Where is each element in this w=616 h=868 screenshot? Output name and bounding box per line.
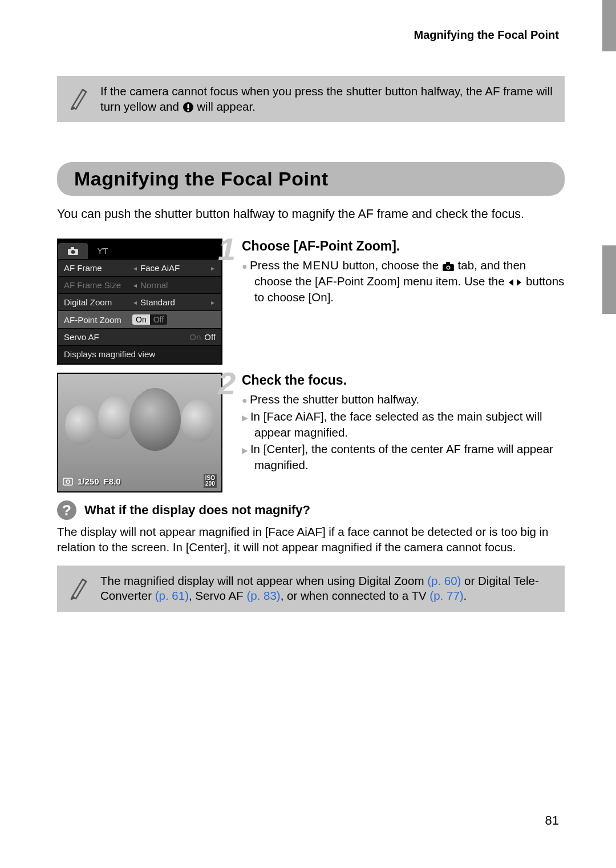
page-ref-83[interactable]: (p. 83) bbox=[246, 589, 280, 602]
pencil-icon bbox=[69, 86, 88, 110]
running-header: Magnifying the Focal Point bbox=[57, 29, 565, 42]
question-body: The display will not appear magnified in… bbox=[57, 524, 565, 555]
left-right-arrows-icon bbox=[508, 278, 522, 287]
onoff-toggle: On Off bbox=[132, 314, 167, 325]
menu-tab-tools: ƳT bbox=[88, 243, 117, 259]
menu-row-digital-zoom: Digital Zoom ◂ Standard ▸ bbox=[58, 293, 221, 310]
page-ref-60[interactable]: (p. 60) bbox=[427, 574, 461, 587]
shutter-speed: 1/250 bbox=[78, 477, 99, 486]
thumb-tab-mid bbox=[602, 245, 616, 314]
iso-badge: ISO 200 bbox=[204, 474, 217, 488]
svg-point-9 bbox=[447, 267, 449, 269]
note-box-bottom: The magnified display will not appear wh… bbox=[57, 566, 565, 612]
thumb-tab-top bbox=[602, 0, 616, 51]
section-title-bar: Magnifying the Focal Point bbox=[57, 162, 565, 196]
step-2-bullet-2: In [Face AiAF], the face selected as the… bbox=[242, 409, 565, 440]
menu-footer: Displays magnified view bbox=[58, 345, 221, 364]
svg-point-11 bbox=[66, 480, 70, 483]
note-box-top: If the camera cannot focus when you pres… bbox=[57, 76, 565, 122]
step-number-2: 2 bbox=[218, 365, 236, 402]
page-ref-77[interactable]: (p. 77) bbox=[429, 589, 463, 602]
note-text-part1: If the camera cannot focus when you pres… bbox=[100, 84, 553, 113]
page-ref-61[interactable]: (p. 61) bbox=[155, 589, 189, 602]
menu-row-af-frame-size: AF Frame Size ◂ Normal bbox=[58, 276, 221, 293]
menu-button-label: MENU bbox=[302, 259, 339, 272]
svg-rect-1 bbox=[187, 104, 189, 108]
step-2-bullet-3: In [Center], the contents of the center … bbox=[242, 441, 565, 473]
page-number: 81 bbox=[545, 813, 559, 828]
note-text: If the camera cannot focus when you pres… bbox=[100, 84, 554, 114]
pencil-icon bbox=[69, 576, 88, 600]
step-2: 2 Check the focus. Press the shutter but… bbox=[240, 373, 565, 473]
warning-icon bbox=[183, 102, 194, 113]
question-header: ? What if the display does not magnify? bbox=[57, 500, 565, 520]
section-title: Magnifying the Focal Point bbox=[74, 168, 548, 190]
right-arrow-icon: ▸ bbox=[210, 264, 216, 272]
question-mark-icon: ? bbox=[57, 500, 76, 520]
step-1-title: Choose [AF-Point Zoom]. bbox=[242, 239, 565, 254]
camera-preview-screenshot: 1/250 F8.0 ISO 200 bbox=[57, 373, 222, 492]
menu-row-servo-af: Servo AF On Off bbox=[58, 328, 221, 345]
bottom-note-text: The magnified display will not appear wh… bbox=[100, 574, 554, 604]
left-arrow-icon: ◂ bbox=[132, 264, 138, 272]
intro-text: You can push the shutter button halfway … bbox=[57, 206, 565, 223]
camera-tab-icon bbox=[442, 261, 455, 272]
menu-tab-camera bbox=[58, 243, 88, 259]
svg-point-5 bbox=[71, 251, 75, 254]
camera-menu-screenshot: ƳT AF Frame ◂ Face AiAF ▸ AF Frame Size … bbox=[57, 239, 222, 365]
svg-rect-10 bbox=[63, 478, 72, 485]
step-1-bullet: Press the MENU button, choose the tab, a… bbox=[242, 257, 565, 305]
camera-icon bbox=[67, 247, 79, 256]
svg-rect-4 bbox=[71, 247, 74, 249]
step-2-title: Check the focus. bbox=[242, 373, 565, 388]
step-1: 1 Choose [AF-Point Zoom]. Press the MENU… bbox=[240, 239, 565, 305]
menu-row-af-point-zoom: AF-Point Zoom On Off bbox=[58, 310, 221, 328]
svg-rect-7 bbox=[446, 262, 450, 265]
question-title: What if the display does not magnify? bbox=[84, 503, 310, 518]
svg-point-2 bbox=[187, 109, 189, 111]
step-2-bullet-1: Press the shutter button halfway. bbox=[242, 391, 565, 407]
note-text-part2: will appear. bbox=[197, 100, 256, 113]
step-number-1: 1 bbox=[218, 231, 236, 268]
mode-icon bbox=[63, 477, 73, 486]
aperture: F8.0 bbox=[104, 477, 121, 486]
menu-row-af-frame: AF Frame ◂ Face AiAF ▸ bbox=[58, 259, 221, 276]
